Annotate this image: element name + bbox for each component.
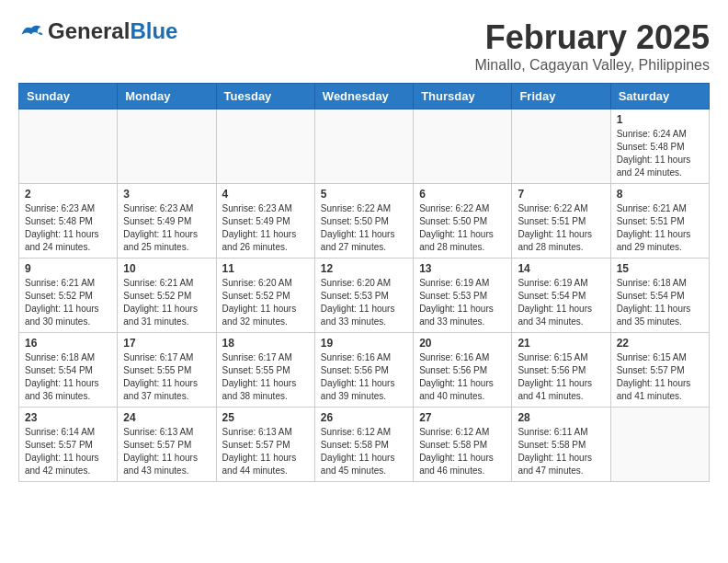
day-info: Sunrise: 6:18 AM Sunset: 5:54 PM Dayligh… (617, 277, 703, 328)
day-info: Sunrise: 6:12 AM Sunset: 5:58 PM Dayligh… (419, 426, 506, 477)
calendar-cell: 6Sunrise: 6:22 AM Sunset: 5:50 PM Daylig… (414, 184, 512, 259)
day-number: 17 (123, 337, 210, 350)
calendar-cell: 19Sunrise: 6:16 AM Sunset: 5:56 PM Dayli… (314, 333, 413, 408)
calendar-cell: 27Sunrise: 6:12 AM Sunset: 5:58 PM Dayli… (414, 408, 512, 482)
day-info: Sunrise: 6:13 AM Sunset: 5:57 PM Dayligh… (123, 426, 210, 477)
day-number: 11 (222, 262, 309, 275)
logo-blue: Blue (130, 18, 177, 43)
day-number: 18 (222, 337, 309, 350)
calendar-cell (216, 109, 314, 184)
calendar-cell: 15Sunrise: 6:18 AM Sunset: 5:54 PM Dayli… (610, 259, 709, 333)
logo: GeneralBlue (18, 18, 177, 44)
day-number: 10 (123, 262, 210, 275)
day-info: Sunrise: 6:12 AM Sunset: 5:58 PM Dayligh… (321, 426, 407, 477)
calendar-cell: 7Sunrise: 6:22 AM Sunset: 5:51 PM Daylig… (512, 184, 610, 259)
calendar-cell: 28Sunrise: 6:11 AM Sunset: 5:58 PM Dayli… (512, 408, 610, 482)
day-number: 23 (25, 411, 111, 424)
day-number: 7 (518, 188, 604, 201)
logo-bird-icon (18, 21, 44, 41)
calendar-cell: 11Sunrise: 6:20 AM Sunset: 5:52 PM Dayli… (216, 259, 314, 333)
calendar-cell (314, 109, 413, 184)
day-info: Sunrise: 6:21 AM Sunset: 5:51 PM Dayligh… (617, 202, 703, 254)
day-number: 8 (617, 188, 703, 201)
calendar-cell: 12Sunrise: 6:20 AM Sunset: 5:53 PM Dayli… (314, 259, 413, 333)
calendar-cell: 24Sunrise: 6:13 AM Sunset: 5:57 PM Dayli… (118, 408, 216, 482)
day-info: Sunrise: 6:19 AM Sunset: 5:53 PM Dayligh… (419, 277, 506, 328)
day-info: Sunrise: 6:16 AM Sunset: 5:56 PM Dayligh… (321, 351, 407, 403)
calendar-cell: 25Sunrise: 6:13 AM Sunset: 5:57 PM Dayli… (216, 408, 314, 482)
day-number: 2 (25, 188, 111, 201)
day-number: 28 (518, 411, 604, 424)
day-number: 16 (25, 337, 111, 350)
calendar-cell: 13Sunrise: 6:19 AM Sunset: 5:53 PM Dayli… (414, 259, 512, 333)
calendar-cell: 3Sunrise: 6:23 AM Sunset: 5:49 PM Daylig… (118, 184, 216, 259)
weekday-header-row: SundayMondayTuesdayWednesdayThursdayFrid… (19, 84, 710, 109)
week-row-3: 9Sunrise: 6:21 AM Sunset: 5:52 PM Daylig… (19, 259, 710, 333)
week-row-4: 16Sunrise: 6:18 AM Sunset: 5:54 PM Dayli… (19, 333, 710, 408)
day-info: Sunrise: 6:20 AM Sunset: 5:53 PM Dayligh… (321, 277, 407, 328)
calendar-subtitle: Minallo, Cagayan Valley, Philippines (474, 57, 710, 74)
day-info: Sunrise: 6:18 AM Sunset: 5:54 PM Dayligh… (25, 351, 111, 403)
calendar-cell: 26Sunrise: 6:12 AM Sunset: 5:58 PM Dayli… (314, 408, 413, 482)
day-info: Sunrise: 6:22 AM Sunset: 5:50 PM Dayligh… (419, 202, 506, 254)
title-block: February 2025 Minallo, Cagayan Valley, P… (474, 18, 710, 74)
calendar-cell: 14Sunrise: 6:19 AM Sunset: 5:54 PM Dayli… (512, 259, 610, 333)
calendar-cell: 18Sunrise: 6:17 AM Sunset: 5:55 PM Dayli… (216, 333, 314, 408)
weekday-saturday: Saturday (610, 84, 709, 109)
day-info: Sunrise: 6:17 AM Sunset: 5:55 PM Dayligh… (123, 351, 210, 403)
day-info: Sunrise: 6:19 AM Sunset: 5:54 PM Dayligh… (518, 277, 604, 328)
day-number: 3 (123, 188, 210, 201)
calendar-cell (414, 109, 512, 184)
week-row-2: 2Sunrise: 6:23 AM Sunset: 5:48 PM Daylig… (19, 184, 710, 259)
logo-general: General (48, 18, 130, 43)
day-number: 12 (321, 262, 407, 275)
calendar-cell: 21Sunrise: 6:15 AM Sunset: 5:56 PM Dayli… (512, 333, 610, 408)
calendar-cell: 16Sunrise: 6:18 AM Sunset: 5:54 PM Dayli… (19, 333, 118, 408)
day-number: 14 (518, 262, 604, 275)
day-number: 19 (321, 337, 407, 350)
day-info: Sunrise: 6:21 AM Sunset: 5:52 PM Dayligh… (25, 277, 111, 328)
day-info: Sunrise: 6:22 AM Sunset: 5:51 PM Dayligh… (518, 202, 604, 254)
day-info: Sunrise: 6:15 AM Sunset: 5:56 PM Dayligh… (518, 351, 604, 403)
day-info: Sunrise: 6:21 AM Sunset: 5:52 PM Dayligh… (123, 277, 210, 328)
day-number: 25 (222, 411, 309, 424)
weekday-tuesday: Tuesday (216, 84, 314, 109)
day-info: Sunrise: 6:24 AM Sunset: 5:48 PM Dayligh… (617, 128, 703, 179)
day-info: Sunrise: 6:23 AM Sunset: 5:49 PM Dayligh… (222, 202, 309, 254)
calendar-cell (610, 408, 709, 482)
calendar-cell: 10Sunrise: 6:21 AM Sunset: 5:52 PM Dayli… (118, 259, 216, 333)
weekday-wednesday: Wednesday (314, 84, 413, 109)
day-info: Sunrise: 6:22 AM Sunset: 5:50 PM Dayligh… (321, 202, 407, 254)
calendar-cell: 1Sunrise: 6:24 AM Sunset: 5:48 PM Daylig… (610, 109, 709, 184)
day-info: Sunrise: 6:15 AM Sunset: 5:57 PM Dayligh… (617, 351, 703, 403)
calendar-title: February 2025 (474, 18, 710, 57)
day-number: 22 (617, 337, 703, 350)
calendar-cell: 5Sunrise: 6:22 AM Sunset: 5:50 PM Daylig… (314, 184, 413, 259)
calendar-cell: 23Sunrise: 6:14 AM Sunset: 5:57 PM Dayli… (19, 408, 118, 482)
day-number: 4 (222, 188, 309, 201)
day-number: 27 (419, 411, 506, 424)
weekday-thursday: Thursday (414, 84, 512, 109)
day-info: Sunrise: 6:23 AM Sunset: 5:49 PM Dayligh… (123, 202, 210, 254)
week-row-5: 23Sunrise: 6:14 AM Sunset: 5:57 PM Dayli… (19, 408, 710, 482)
calendar-cell: 9Sunrise: 6:21 AM Sunset: 5:52 PM Daylig… (19, 259, 118, 333)
calendar-table: SundayMondayTuesdayWednesdayThursdayFrid… (18, 83, 710, 482)
day-info: Sunrise: 6:16 AM Sunset: 5:56 PM Dayligh… (419, 351, 506, 403)
day-number: 13 (419, 262, 506, 275)
calendar-cell: 17Sunrise: 6:17 AM Sunset: 5:55 PM Dayli… (118, 333, 216, 408)
day-number: 20 (419, 337, 506, 350)
day-number: 15 (617, 262, 703, 275)
day-number: 6 (419, 188, 506, 201)
weekday-sunday: Sunday (19, 84, 118, 109)
calendar-cell (118, 109, 216, 184)
day-number: 21 (518, 337, 604, 350)
day-number: 5 (321, 188, 407, 201)
calendar-cell (512, 109, 610, 184)
weekday-monday: Monday (118, 84, 216, 109)
day-number: 1 (617, 113, 703, 126)
calendar-cell: 2Sunrise: 6:23 AM Sunset: 5:48 PM Daylig… (19, 184, 118, 259)
weekday-friday: Friday (512, 84, 610, 109)
day-info: Sunrise: 6:20 AM Sunset: 5:52 PM Dayligh… (222, 277, 309, 328)
day-info: Sunrise: 6:17 AM Sunset: 5:55 PM Dayligh… (222, 351, 309, 403)
day-info: Sunrise: 6:23 AM Sunset: 5:48 PM Dayligh… (25, 202, 111, 254)
